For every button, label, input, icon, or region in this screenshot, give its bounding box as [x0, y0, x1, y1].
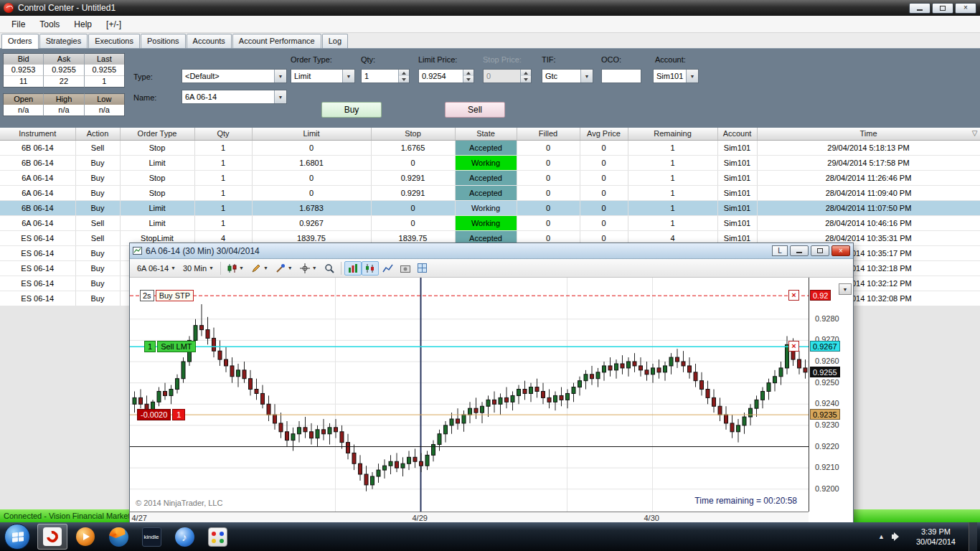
account-dropdown[interactable]: Sim101 ▼ [653, 69, 699, 83]
chart-instrument-selector[interactable]: 6A 06-14 ▼ [133, 261, 179, 276]
minimize-button[interactable] [909, 3, 930, 14]
start-button[interactable] [4, 524, 30, 550]
chevron-down-icon: ▼ [263, 265, 268, 270]
col-qty[interactable]: Qty [194, 128, 252, 140]
itunes-icon: ♪ [175, 527, 194, 547]
col-filled[interactable]: Filled [517, 128, 580, 140]
link-button[interactable]: L [772, 245, 788, 256]
col-time[interactable]: Time▽ [757, 128, 980, 140]
tab-account-performance[interactable]: Account Performance [232, 34, 321, 48]
col-account[interactable]: Account [717, 128, 757, 140]
tab-accounts[interactable]: Accounts [187, 34, 232, 48]
crosshair-button[interactable]: ▼ [296, 261, 321, 276]
price-axis[interactable]: ▼ 0.92 0.9267 0.9255 0.9235 0.92800.9270… [809, 278, 853, 512]
limit-price-stepper[interactable]: 0.9254 [418, 69, 474, 83]
tab-log[interactable]: Log [322, 34, 348, 48]
menu-file[interactable]: File [4, 17, 32, 32]
menu-tools[interactable]: Tools [32, 17, 67, 32]
camera-icon [400, 264, 410, 273]
order-row[interactable]: 6A 06-14BuyStop100.9291Accepted001Sim101… [0, 170, 980, 185]
col-limit[interactable]: Limit [252, 128, 371, 140]
dropdown-arrow-icon[interactable]: ▼ [274, 70, 286, 83]
buy-stop-marker[interactable]: 2s Buy STP [140, 290, 194, 301]
menu-item[interactable]: [+/-] [99, 17, 128, 32]
cell-action: Buy [75, 291, 120, 306]
tray-expand-icon[interactable]: ▲ [878, 533, 885, 540]
dropdown-arrow-icon[interactable]: ▼ [686, 70, 698, 83]
chart-interval-selector[interactable]: 30 Min ▼ [179, 261, 217, 276]
taskbar-firefox[interactable] [103, 524, 133, 550]
order-row[interactable]: 6B 06-14BuyLimit11.68010Working001Sim101… [0, 155, 980, 170]
col-stop[interactable]: Stop [371, 128, 455, 140]
volume-icon[interactable] [892, 532, 903, 542]
stepper-arrows-icon [520, 70, 531, 83]
stepper-arrows-icon[interactable] [463, 70, 473, 83]
order-type-dropdown[interactable]: Limit ▼ [291, 69, 355, 83]
market-header-cell: Ask [44, 53, 84, 65]
qty-stepper[interactable]: 1 [361, 69, 410, 83]
price-axis-dropdown[interactable]: ▼ [839, 283, 852, 295]
col-state[interactable]: State [455, 128, 517, 140]
sell-button[interactable]: Sell [445, 102, 505, 118]
clock[interactable]: 3:39 PM 30/04/2014 [910, 527, 961, 547]
cell-filled: 0 [517, 200, 580, 215]
taskbar-kindle[interactable]: kindle [136, 524, 166, 550]
tif-dropdown[interactable]: Gtc ▼ [542, 69, 593, 83]
cancel-buy-stop-button[interactable]: × [788, 290, 799, 301]
maximize-button[interactable] [932, 3, 953, 14]
cell-remaining: 1 [628, 140, 717, 155]
drawing-tools-button[interactable]: ▼ [248, 261, 272, 276]
cell-instrument: 6A 06-14 [0, 170, 75, 185]
dropdown-arrow-icon[interactable]: ▼ [342, 70, 354, 83]
market-size-cell: 1 [85, 76, 124, 88]
cell-instrument: ES 06-14 [0, 291, 75, 306]
chart-maximize-button[interactable] [811, 245, 829, 256]
bar-style-button[interactable]: ▼ [224, 261, 248, 276]
order-row[interactable]: 6A 06-14SellLimit10.92670Working001Sim10… [0, 215, 980, 230]
line-chart-button[interactable] [379, 261, 397, 276]
tab-orders[interactable]: Orders [1, 34, 39, 49]
col-action[interactable]: Action [75, 128, 120, 140]
chart-titlebar[interactable]: 6A 06-14 (30 Min) 30/04/2014 L × [130, 243, 853, 259]
cell-action: Buy [75, 170, 120, 185]
dropdown-arrow-icon[interactable]: ▼ [274, 90, 286, 103]
col-instrument[interactable]: Instrument [0, 128, 75, 140]
tab-strategies[interactable]: Strategies [39, 34, 88, 48]
sell-limit-marker[interactable]: 1 Sell LMT [144, 341, 196, 352]
control-center-titlebar[interactable]: Control Center - Untitled1 × [0, 0, 980, 16]
chart-window[interactable]: 6A 06-14 (30 Min) 30/04/2014 L × 6A 06-1… [129, 242, 854, 524]
chart-minimize-button[interactable] [790, 245, 809, 256]
col-remaining[interactable]: Remaining [628, 128, 717, 140]
format-button[interactable]: ▼ [272, 261, 296, 276]
cell-remaining: 1 [628, 185, 717, 200]
col-avg-price[interactable]: Avg Price [580, 128, 628, 140]
taskbar-media-player[interactable] [70, 524, 100, 550]
order-row[interactable]: 6B 06-14SellStop101.6765Accepted001Sim10… [0, 140, 980, 155]
properties-button[interactable] [414, 261, 430, 276]
order-row[interactable]: 6B 06-14BuyLimit11.67830Working001Sim101… [0, 200, 980, 215]
snapshot-button[interactable] [397, 261, 414, 276]
show-desktop-button[interactable] [969, 522, 977, 551]
instrument-name-dropdown[interactable]: 6A 06-14 ▼ [182, 90, 287, 104]
tab-executions[interactable]: Executions [88, 34, 140, 48]
chart-plot-area[interactable]: 2s Buy STP 1 Sell LMT -0.0020 1 × × © 20… [130, 278, 809, 512]
taskbar-itunes[interactable]: ♪ [169, 524, 199, 550]
chart-trader-button[interactable] [344, 261, 362, 276]
order-row[interactable]: 6A 06-14BuyStop100.9291Accepted001Sim101… [0, 185, 980, 200]
data-series-button[interactable] [362, 261, 379, 276]
taskbar-ninjatrader[interactable] [37, 524, 67, 550]
taskbar-paint[interactable] [202, 524, 232, 550]
close-button[interactable]: × [955, 3, 976, 14]
menu-help[interactable]: Help [67, 17, 99, 32]
dropdown-arrow-icon[interactable]: ▼ [580, 70, 593, 83]
chart-close-button[interactable]: × [831, 245, 850, 256]
stepper-arrows-icon[interactable] [398, 70, 409, 83]
cancel-sell-limit-button[interactable]: × [788, 341, 799, 352]
zoom-button[interactable] [321, 261, 338, 276]
tab-positions[interactable]: Positions [141, 34, 186, 48]
oco-field[interactable] [601, 69, 641, 83]
chart-trader-icon [348, 263, 358, 273]
col-order-type[interactable]: Order Type [120, 128, 194, 140]
type-dropdown[interactable]: <Default> ▼ [182, 69, 287, 83]
buy-button[interactable]: Buy [321, 102, 382, 118]
